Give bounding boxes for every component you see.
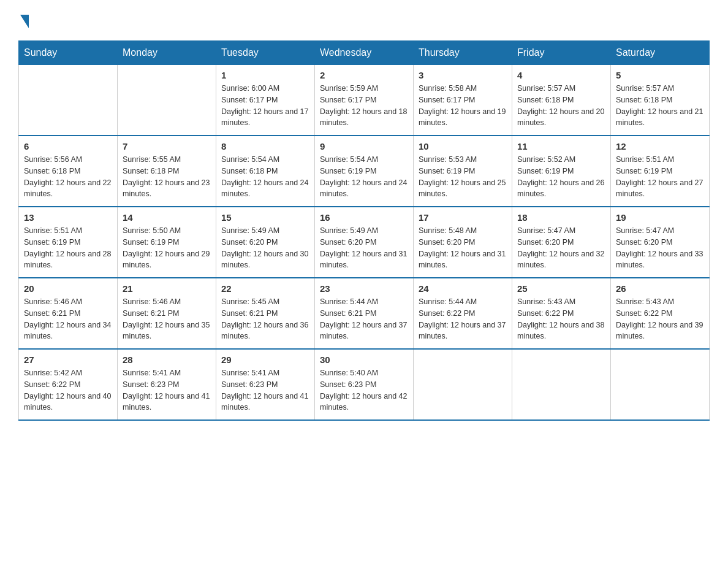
day-detail: Sunrise: 5:41 AMSunset: 6:23 PMDaylight:… [221, 367, 309, 413]
day-number: 20 [24, 283, 112, 294]
day-number: 22 [221, 283, 309, 294]
day-number: 1 [221, 70, 309, 80]
calendar-week-row: 20Sunrise: 5:46 AMSunset: 6:21 PMDayligh… [19, 278, 710, 349]
table-row: 16Sunrise: 5:49 AMSunset: 6:20 PMDayligh… [315, 207, 414, 278]
day-number: 28 [123, 354, 211, 365]
header-wednesday: Wednesday [315, 41, 414, 65]
calendar-header-row: Sunday Monday Tuesday Wednesday Thursday… [19, 41, 710, 65]
page-header [18, 12, 710, 28]
table-row: 11Sunrise: 5:52 AMSunset: 6:19 PMDayligh… [512, 136, 611, 207]
table-row: 5Sunrise: 5:57 AMSunset: 6:18 PMDaylight… [611, 65, 710, 136]
day-detail: Sunrise: 5:51 AMSunset: 6:19 PMDaylight:… [24, 225, 112, 271]
day-number: 3 [419, 70, 507, 80]
table-row: 21Sunrise: 5:46 AMSunset: 6:21 PMDayligh… [118, 278, 216, 349]
day-number: 4 [517, 70, 605, 80]
table-row: 25Sunrise: 5:43 AMSunset: 6:22 PMDayligh… [512, 278, 611, 349]
day-detail: Sunrise: 5:56 AMSunset: 6:18 PMDaylight:… [24, 154, 112, 200]
day-number: 16 [320, 212, 408, 223]
day-number: 15 [221, 212, 309, 223]
day-number: 21 [123, 283, 211, 294]
table-row: 17Sunrise: 5:48 AMSunset: 6:20 PMDayligh… [414, 207, 512, 278]
day-detail: Sunrise: 5:46 AMSunset: 6:21 PMDaylight:… [123, 296, 211, 342]
calendar-week-row: 6Sunrise: 5:56 AMSunset: 6:18 PMDaylight… [19, 136, 710, 207]
table-row: 2Sunrise: 5:59 AMSunset: 6:17 PMDaylight… [315, 65, 414, 136]
table-row: 24Sunrise: 5:44 AMSunset: 6:22 PMDayligh… [414, 278, 512, 349]
day-detail: Sunrise: 5:46 AMSunset: 6:21 PMDaylight:… [24, 296, 112, 342]
day-detail: Sunrise: 5:43 AMSunset: 6:22 PMDaylight:… [517, 296, 605, 342]
day-number: 29 [221, 354, 309, 365]
day-detail: Sunrise: 5:54 AMSunset: 6:19 PMDaylight:… [320, 154, 408, 200]
day-detail: Sunrise: 5:54 AMSunset: 6:18 PMDaylight:… [221, 154, 309, 200]
day-detail: Sunrise: 5:44 AMSunset: 6:22 PMDaylight:… [419, 296, 507, 342]
table-row [611, 349, 710, 420]
day-detail: Sunrise: 5:45 AMSunset: 6:21 PMDaylight:… [221, 296, 309, 342]
calendar-week-row: 27Sunrise: 5:42 AMSunset: 6:22 PMDayligh… [19, 349, 710, 420]
table-row: 7Sunrise: 5:55 AMSunset: 6:18 PMDaylight… [118, 136, 216, 207]
table-row: 20Sunrise: 5:46 AMSunset: 6:21 PMDayligh… [19, 278, 118, 349]
table-row: 29Sunrise: 5:41 AMSunset: 6:23 PMDayligh… [216, 349, 315, 420]
day-detail: Sunrise: 5:50 AMSunset: 6:19 PMDaylight:… [123, 225, 211, 271]
day-detail: Sunrise: 5:57 AMSunset: 6:18 PMDaylight:… [616, 83, 704, 129]
day-detail: Sunrise: 5:41 AMSunset: 6:23 PMDaylight:… [123, 367, 211, 413]
calendar-table: Sunday Monday Tuesday Wednesday Thursday… [18, 40, 710, 421]
header-sunday: Sunday [19, 41, 118, 65]
day-number: 17 [419, 212, 507, 223]
header-thursday: Thursday [414, 41, 512, 65]
day-detail: Sunrise: 5:52 AMSunset: 6:19 PMDaylight:… [517, 154, 605, 200]
table-row [414, 349, 512, 420]
day-number: 11 [517, 141, 605, 151]
day-detail: Sunrise: 5:51 AMSunset: 6:19 PMDaylight:… [616, 154, 704, 200]
day-detail: Sunrise: 6:00 AMSunset: 6:17 PMDaylight:… [221, 83, 309, 129]
header-friday: Friday [512, 41, 611, 65]
header-saturday: Saturday [611, 41, 710, 65]
header-tuesday: Tuesday [216, 41, 315, 65]
day-number: 18 [517, 212, 605, 223]
table-row: 6Sunrise: 5:56 AMSunset: 6:18 PMDaylight… [19, 136, 118, 207]
logo [18, 12, 29, 28]
table-row: 15Sunrise: 5:49 AMSunset: 6:20 PMDayligh… [216, 207, 315, 278]
table-row: 9Sunrise: 5:54 AMSunset: 6:19 PMDaylight… [315, 136, 414, 207]
day-number: 13 [24, 212, 112, 223]
day-number: 10 [419, 141, 507, 151]
table-row: 4Sunrise: 5:57 AMSunset: 6:18 PMDaylight… [512, 65, 611, 136]
calendar-week-row: 13Sunrise: 5:51 AMSunset: 6:19 PMDayligh… [19, 207, 710, 278]
table-row: 8Sunrise: 5:54 AMSunset: 6:18 PMDaylight… [216, 136, 315, 207]
day-detail: Sunrise: 5:44 AMSunset: 6:21 PMDaylight:… [320, 296, 408, 342]
day-number: 27 [24, 354, 112, 365]
day-detail: Sunrise: 5:53 AMSunset: 6:19 PMDaylight:… [419, 154, 507, 200]
day-detail: Sunrise: 5:47 AMSunset: 6:20 PMDaylight:… [517, 225, 605, 271]
day-number: 19 [616, 212, 704, 223]
day-detail: Sunrise: 5:42 AMSunset: 6:22 PMDaylight:… [24, 367, 112, 413]
table-row: 12Sunrise: 5:51 AMSunset: 6:19 PMDayligh… [611, 136, 710, 207]
day-number: 12 [616, 141, 704, 151]
table-row: 3Sunrise: 5:58 AMSunset: 6:17 PMDaylight… [414, 65, 512, 136]
day-number: 7 [123, 141, 211, 151]
day-detail: Sunrise: 5:43 AMSunset: 6:22 PMDaylight:… [616, 296, 704, 342]
day-number: 5 [616, 70, 704, 80]
day-detail: Sunrise: 5:40 AMSunset: 6:23 PMDaylight:… [320, 367, 408, 413]
day-number: 23 [320, 283, 408, 294]
table-row: 10Sunrise: 5:53 AMSunset: 6:19 PMDayligh… [414, 136, 512, 207]
table-row [19, 65, 118, 136]
day-detail: Sunrise: 5:47 AMSunset: 6:20 PMDaylight:… [616, 225, 704, 271]
day-number: 30 [320, 354, 408, 365]
day-detail: Sunrise: 5:48 AMSunset: 6:20 PMDaylight:… [419, 225, 507, 271]
day-detail: Sunrise: 5:57 AMSunset: 6:18 PMDaylight:… [517, 83, 605, 129]
day-number: 6 [24, 141, 112, 151]
table-row: 18Sunrise: 5:47 AMSunset: 6:20 PMDayligh… [512, 207, 611, 278]
table-row: 28Sunrise: 5:41 AMSunset: 6:23 PMDayligh… [118, 349, 216, 420]
day-detail: Sunrise: 5:59 AMSunset: 6:17 PMDaylight:… [320, 83, 408, 129]
calendar-week-row: 1Sunrise: 6:00 AMSunset: 6:17 PMDaylight… [19, 65, 710, 136]
table-row: 30Sunrise: 5:40 AMSunset: 6:23 PMDayligh… [315, 349, 414, 420]
table-row: 1Sunrise: 6:00 AMSunset: 6:17 PMDaylight… [216, 65, 315, 136]
day-number: 8 [221, 141, 309, 151]
day-number: 9 [320, 141, 408, 151]
day-number: 26 [616, 283, 704, 294]
day-detail: Sunrise: 5:49 AMSunset: 6:20 PMDaylight:… [221, 225, 309, 271]
table-row: 13Sunrise: 5:51 AMSunset: 6:19 PMDayligh… [19, 207, 118, 278]
header-monday: Monday [118, 41, 216, 65]
table-row: 22Sunrise: 5:45 AMSunset: 6:21 PMDayligh… [216, 278, 315, 349]
day-number: 25 [517, 283, 605, 294]
table-row: 26Sunrise: 5:43 AMSunset: 6:22 PMDayligh… [611, 278, 710, 349]
logo-triangle-icon [20, 15, 29, 28]
